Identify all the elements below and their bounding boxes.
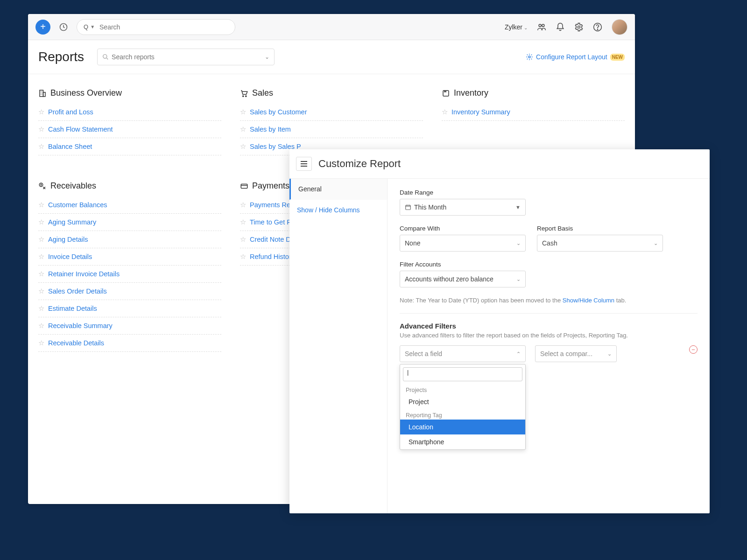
star-icon[interactable]: ☆ xyxy=(240,126,246,133)
star-icon[interactable]: ☆ xyxy=(38,108,44,116)
chevron-down-icon: ⌄ xyxy=(654,240,658,246)
compare-with-label: Compare With xyxy=(400,225,526,232)
svg-rect-9 xyxy=(43,92,46,96)
svg-rect-15 xyxy=(406,205,411,210)
report-link[interactable]: ☆Cash Flow Statement xyxy=(38,121,221,138)
help-icon[interactable] xyxy=(593,22,602,32)
star-icon[interactable]: ☆ xyxy=(240,218,246,226)
customize-title: Customize Report xyxy=(318,158,401,170)
dropdown-item-project[interactable]: Project xyxy=(400,394,525,409)
avatar[interactable] xyxy=(612,19,627,35)
dropdown-search-input[interactable] xyxy=(407,369,518,376)
advanced-field-dropdown: Projects Project Reporting Tag Location … xyxy=(400,364,526,450)
report-link[interactable]: ☆Aging Summary xyxy=(38,214,221,231)
building-icon xyxy=(38,89,47,98)
report-link[interactable]: ☆Retainer Invoice Details xyxy=(38,266,221,283)
star-icon[interactable]: ☆ xyxy=(38,218,44,226)
star-icon[interactable]: ☆ xyxy=(38,143,44,150)
report-link[interactable]: ☆Estimate Details xyxy=(38,300,221,317)
report-link[interactable]: ☆Receivable Summary xyxy=(38,317,221,335)
customize-report-panel: Customize Report General Show / Hide Col… xyxy=(289,149,710,513)
report-link[interactable]: ☆Invoice Details xyxy=(38,248,221,266)
org-switcher[interactable]: Zylker⌄ xyxy=(505,23,528,31)
compare-with-select[interactable]: None ⌄ xyxy=(400,235,526,252)
section-receivables: Receivables ☆Customer Balances ☆Aging Su… xyxy=(38,181,221,352)
tab-general[interactable]: General xyxy=(289,179,387,200)
svg-point-3 xyxy=(578,26,580,28)
search-scope-label[interactable]: Q xyxy=(84,23,88,30)
customize-sidebar: General Show / Hide Columns xyxy=(289,179,388,513)
remove-filter-button[interactable]: − xyxy=(689,345,698,354)
star-icon[interactable]: ☆ xyxy=(442,108,448,116)
chevron-down-icon[interactable]: ▼ xyxy=(90,24,95,29)
add-button[interactable]: + xyxy=(35,20,50,35)
filter-accounts-label: Filter Accounts xyxy=(400,261,526,268)
star-icon[interactable]: ☆ xyxy=(240,108,246,116)
report-link[interactable]: ☆Customer Balances xyxy=(38,196,221,214)
report-link[interactable]: ☆Sales by Customer xyxy=(240,104,423,121)
reports-header: Reports ⌄ Configure Report Layout NEW xyxy=(28,40,635,74)
dropdown-search[interactable] xyxy=(403,367,522,381)
report-link[interactable]: ☆Inventory Summary xyxy=(442,104,625,121)
recent-icon[interactable] xyxy=(58,21,69,33)
chevron-down-icon: ⌄ xyxy=(516,276,521,282)
svg-point-2 xyxy=(542,24,544,27)
svg-rect-13 xyxy=(241,184,247,188)
report-link[interactable]: ☆Profit and Loss xyxy=(38,104,221,121)
tab-show-hide-columns[interactable]: Show / Hide Columns xyxy=(289,200,387,221)
report-link[interactable]: ☆Sales by Item xyxy=(240,121,423,138)
global-search-input[interactable] xyxy=(99,23,228,31)
filter-accounts-select[interactable]: Accounts without zero balance ⌄ xyxy=(400,271,526,287)
search-icon xyxy=(102,54,109,60)
customize-header: Customize Report xyxy=(289,149,710,179)
star-icon[interactable]: ☆ xyxy=(38,236,44,243)
advanced-select-field[interactable]: Select a field ⌃ xyxy=(400,345,526,362)
report-link[interactable]: ☆Sales Order Details xyxy=(38,283,221,300)
star-icon[interactable]: ☆ xyxy=(240,143,246,150)
advanced-filters-desc: Use advanced filters to filter the repor… xyxy=(400,332,698,339)
advanced-select-comparator[interactable]: Select a compar... ⌄ xyxy=(535,345,617,362)
reports-search-input[interactable] xyxy=(112,53,265,61)
report-link[interactable]: ☆Aging Details xyxy=(38,231,221,248)
configure-report-layout-link[interactable]: Configure Report Layout NEW xyxy=(526,53,625,61)
topbar: + Q ▼ Zylker⌄ xyxy=(28,14,635,40)
star-icon[interactable]: ☆ xyxy=(38,201,44,209)
dropdown-item-location[interactable]: Location xyxy=(400,420,525,434)
section-inventory: Inventory ☆Inventory Summary xyxy=(442,88,625,121)
show-hide-column-link[interactable]: Show/Hide Column xyxy=(563,297,614,304)
chevron-down-icon[interactable]: ⌄ xyxy=(265,54,269,60)
star-icon[interactable]: ☆ xyxy=(240,201,246,209)
chevron-down-icon: ⌄ xyxy=(516,240,521,246)
star-icon[interactable]: ☆ xyxy=(240,236,246,243)
report-link[interactable]: ☆Balance Sheet xyxy=(38,138,221,155)
box-icon xyxy=(442,89,450,98)
dropdown-item-smartphone[interactable]: Smartphone xyxy=(400,434,525,449)
dropdown-group-label: Projects xyxy=(400,384,525,394)
date-range-label: Date Range xyxy=(400,189,526,196)
section-sales: Sales ☆Sales by Customer ☆Sales by Item … xyxy=(240,88,423,155)
reports-search[interactable]: ⌄ xyxy=(97,49,275,65)
hamburger-button[interactable] xyxy=(296,157,312,171)
global-search[interactable]: Q ▼ xyxy=(77,19,235,35)
svg-point-5 xyxy=(597,29,598,29)
svg-rect-8 xyxy=(40,90,43,97)
date-range-select[interactable]: This Month ▼ xyxy=(400,199,526,216)
gear-icon[interactable] xyxy=(574,22,584,32)
star-icon[interactable]: ☆ xyxy=(240,253,246,260)
bell-icon[interactable] xyxy=(556,22,565,32)
svg-point-1 xyxy=(539,24,541,27)
star-icon[interactable]: ☆ xyxy=(38,339,44,347)
star-icon[interactable]: ☆ xyxy=(38,270,44,278)
users-icon[interactable] xyxy=(537,22,546,32)
svg-point-12 xyxy=(246,95,247,96)
star-icon[interactable]: ☆ xyxy=(38,322,44,329)
star-icon[interactable]: ☆ xyxy=(38,253,44,260)
report-basis-select[interactable]: Cash ⌄ xyxy=(537,235,663,252)
chevron-down-icon: ⌄ xyxy=(524,25,528,30)
star-icon[interactable]: ☆ xyxy=(38,287,44,295)
star-icon[interactable]: ☆ xyxy=(38,305,44,312)
calendar-icon xyxy=(405,204,411,210)
ytd-note: Note: The Year to Date (YTD) option has … xyxy=(400,297,698,304)
report-link[interactable]: ☆Receivable Details xyxy=(38,335,221,352)
star-icon[interactable]: ☆ xyxy=(38,126,44,133)
